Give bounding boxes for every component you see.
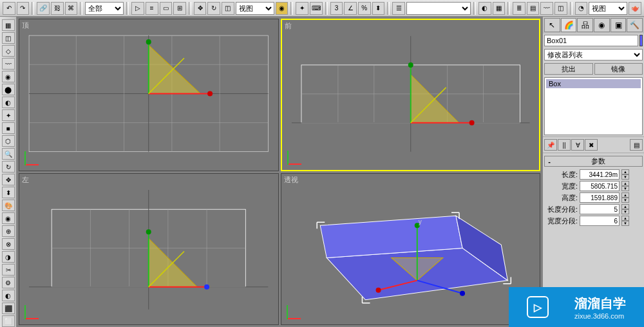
tool-8[interactable]: ✦ [2,109,15,121]
snap-button[interactable]: 3 [330,2,343,15]
tool-12[interactable]: ↻ [2,161,15,173]
select-name-button[interactable]: ≡ [146,2,158,15]
undo-button[interactable]: ↶ [3,2,15,15]
select-button[interactable]: ▷ [131,2,144,15]
svg-point-11 [207,91,213,96]
tool-23[interactable]: ⬛ [2,303,15,314]
tool-15[interactable]: 🎨 [2,200,15,211]
rollup-title: 参数 [554,156,642,166]
make-unique-button[interactable]: ∀ [571,139,584,151]
rect-select-button[interactable]: ▭ [160,2,173,15]
parameters-body: 长度: ▲▼ 宽度: ▲▼ 高度: ▲▼ 长度分段: ▲▼ 宽度分段: [543,167,644,229]
lseg-spinner[interactable]: ▲▼ [621,204,629,214]
tool-9[interactable]: ■ [2,122,15,134]
lseg-input[interactable] [580,204,620,214]
tool-1[interactable]: ▦ [2,19,15,31]
material-button[interactable]: ◔ [575,2,588,15]
object-color-swatch[interactable] [639,35,643,46]
viewport-label-top: 顶 [22,21,29,30]
viewport-perspective[interactable]: 透视 y [281,173,541,326]
show-result-button[interactable]: || [558,139,571,151]
svg-text:y: y [418,218,421,225]
tool-5[interactable]: ◉ [2,71,15,82]
ref-coord-select[interactable]: 视图 [236,2,274,15]
redo-button[interactable]: ↷ [17,2,30,15]
move-button[interactable]: ✥ [194,2,207,15]
tool-10[interactable]: ⬡ [2,135,15,147]
length-input[interactable] [580,169,620,180]
svg-point-13 [146,39,151,44]
height-input[interactable] [580,192,620,203]
width-input[interactable] [580,181,620,191]
angle-snap-button[interactable]: ∠ [344,2,357,15]
scale-button[interactable]: ◫ [222,2,234,15]
tool-7[interactable]: ◐ [2,97,15,108]
curve-editor-button[interactable]: 〰 [540,2,553,15]
tab-display[interactable]: ▣ [611,18,627,32]
keyboard-button[interactable]: ⌨ [310,2,323,15]
wseg-spinner[interactable]: ▲▼ [621,216,629,226]
tool-22[interactable]: ◐ [2,290,15,301]
percent-snap-button[interactable]: % [358,2,371,15]
tool-11[interactable]: 🔍 [2,148,15,160]
height-spinner[interactable]: ▲▼ [621,192,629,203]
modifier-list-select[interactable]: 修改器列表 [544,49,643,61]
tool-24[interactable]: ⬜ [2,315,15,327]
array-button[interactable]: ▦ [493,2,506,15]
length-spinner[interactable]: ▲▼ [621,169,629,180]
tool-16[interactable]: ◉ [2,212,15,224]
schematic-button[interactable]: ◫ [554,2,567,15]
tab-utilities[interactable]: 🔨 [627,18,643,32]
viewport-front[interactable]: 前 [281,19,541,171]
render-view-select[interactable]: 视图 [589,2,627,15]
link-button[interactable]: 🔗 [37,2,50,15]
object-name-row [543,33,644,48]
axis-gizmo-top [24,149,41,165]
modifier-list-row: 修改器列表 [543,48,644,62]
unlink-button[interactable]: ⛓ [51,2,64,15]
selection-filter-select[interactable]: 全部 [85,2,124,15]
stack-item-box[interactable]: Box [546,79,641,88]
tool-19[interactable]: ◑ [2,251,15,263]
tab-modify[interactable]: 🌈 [561,18,577,32]
modifier-stack[interactable]: Box [544,77,643,135]
spinner-snap-button[interactable]: ⬍ [372,2,385,15]
extrude-button[interactable]: 抗出 [544,63,593,75]
wseg-input[interactable] [580,216,620,226]
tool-3[interactable]: ◇ [2,45,15,57]
tool-18[interactable]: ⊗ [2,238,15,250]
tool-6[interactable]: ⬤ [2,84,15,95]
tool-17[interactable]: ⊕ [2,225,15,237]
width-spinner[interactable]: ▲▼ [621,181,629,191]
remove-mod-button[interactable]: ✖ [585,139,598,151]
tool-21[interactable]: ⚙ [2,277,15,288]
pivot-button[interactable]: ◉ [276,2,289,15]
tab-hierarchy[interactable]: 品 [577,18,593,32]
viewport-top[interactable]: 顶 [19,19,279,171]
rollup-toggle[interactable]: - [545,158,554,165]
tool-14[interactable]: ⬍ [2,187,15,198]
tab-motion[interactable]: ◉ [594,18,610,32]
named-sel-select[interactable] [406,2,471,15]
layers-button[interactable]: ▤ [527,2,540,15]
align-button[interactable]: ≣ [513,2,526,15]
tool-20[interactable]: ✂ [2,264,15,276]
viewport-left[interactable]: 左 [19,173,279,326]
object-name-input[interactable] [544,35,638,46]
named-sel-button[interactable]: ☰ [392,2,405,15]
rotate-button[interactable]: ↻ [207,2,220,15]
manip-button[interactable]: ✦ [296,2,308,15]
render-button[interactable]: 🫖 [629,2,641,15]
mirror-button[interactable]: ◐ [478,2,491,15]
mirror-button[interactable]: 镜像 [594,63,643,75]
window-crossing-button[interactable]: ⊞ [173,2,186,15]
tab-create[interactable]: ↖ [544,18,560,32]
tool-4[interactable]: 〰 [2,58,15,70]
param-wseg: 宽度分段: ▲▼ [545,216,641,226]
rollup-parameters-header[interactable]: - 参数 [544,156,643,167]
bind-button[interactable]: ⌘ [65,2,78,15]
tool-13[interactable]: ✥ [2,174,15,185]
pin-stack-button[interactable]: 📌 [544,139,557,151]
configure-sets-button[interactable]: ▤ [630,139,643,151]
tool-2[interactable]: ◫ [2,32,15,44]
